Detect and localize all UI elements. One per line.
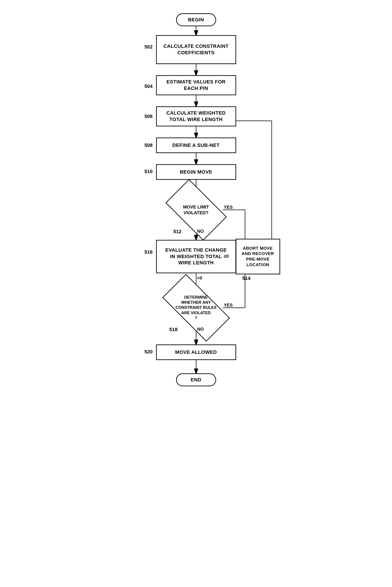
node-508-label: DEFINE A SUB-NET xyxy=(172,142,220,149)
label-502: 502 xyxy=(144,44,153,50)
node-502: CALCULATE CONSTRAINT COEFFICIENTS xyxy=(156,35,236,64)
begin-label: BEGIN xyxy=(188,17,204,23)
label-510: 510 xyxy=(144,169,153,174)
no-512-label: NO xyxy=(197,229,204,234)
yes-518-label: YES xyxy=(224,303,233,308)
label-506: 506 xyxy=(144,114,153,119)
end-label: END xyxy=(191,377,202,383)
label-508: 508 xyxy=(144,142,153,148)
label-520: 520 xyxy=(144,349,153,355)
node-502-label: CALCULATE CONSTRAINT COEFFICIENTS xyxy=(164,43,228,56)
node-520-label: MOVE ALLOWED xyxy=(175,349,217,356)
node-510-label: BEGIN MOVE xyxy=(180,169,212,175)
node-514: ABORT MOVE AND RECOVER PRE-MOVE LOCATION xyxy=(236,239,280,274)
node-514-label: ABORT MOVE AND RECOVER PRE-MOVE LOCATION xyxy=(242,246,274,268)
label-518: 518 xyxy=(170,327,178,333)
node-516-label: EVALUATE THE CHANGE IN WEIGHTED TOTAL WI… xyxy=(165,247,226,266)
node-504: ESTIMATE VALUES FOR EACH PIN xyxy=(156,75,236,95)
label-512: 512 xyxy=(174,229,182,234)
node-506-label: CALCULATE WEIGHTED TOTAL WIRE LENGTH xyxy=(166,110,226,123)
gte0-label: ≥0 xyxy=(224,254,229,259)
end-node: END xyxy=(176,373,216,386)
yes-512-label: YES xyxy=(224,205,233,210)
node-504-label: ESTIMATE VALUES FOR EACH PIN xyxy=(166,79,226,92)
label-514: 514 xyxy=(242,275,250,281)
label-504: 504 xyxy=(144,83,153,89)
node-512-label: MOVE LIMIT VIOLATED? xyxy=(183,204,209,216)
node-518-label: DETERMINE WHETHER ANY CONSTRAINT RULES A… xyxy=(176,295,216,321)
label-516: 516 xyxy=(144,249,153,255)
node-506: CALCULATE WEIGHTED TOTAL WIRE LENGTH xyxy=(156,106,236,126)
node-520: MOVE ALLOWED xyxy=(156,345,236,360)
node-508: DEFINE A SUB-NET xyxy=(156,138,236,153)
node-518-container: DETERMINE WHETHER ANY CONSTRAINT RULES A… xyxy=(165,291,227,325)
no-518-label: NO xyxy=(197,327,204,332)
node-510: BEGIN MOVE xyxy=(156,164,236,180)
begin-node: BEGIN xyxy=(176,13,216,26)
lt0-label: <0 xyxy=(197,275,202,280)
node-512-container: MOVE LIMIT VIOLATED? xyxy=(170,193,223,226)
